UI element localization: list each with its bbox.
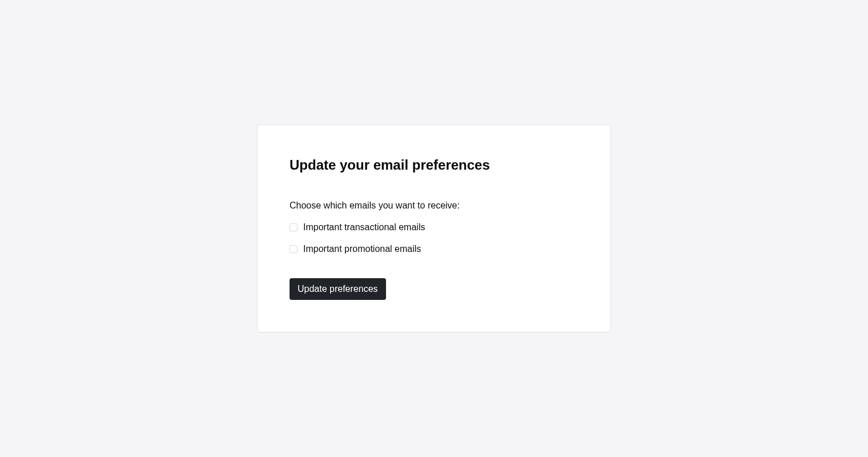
update-preferences-button[interactable]: Update preferences <box>290 278 386 300</box>
promotional-emails-label[interactable]: Important promotional emails <box>303 244 421 254</box>
option-row-transactional: Important transactional emails <box>290 222 578 232</box>
option-row-promotional: Important promotional emails <box>290 244 578 254</box>
intro-text: Choose which emails you want to receive: <box>290 201 578 211</box>
promotional-emails-checkbox[interactable] <box>290 245 298 253</box>
transactional-emails-checkbox[interactable] <box>290 223 298 231</box>
transactional-emails-label[interactable]: Important transactional emails <box>303 222 425 232</box>
email-preferences-card: Update your email preferences Choose whi… <box>257 125 611 332</box>
card-title: Update your email preferences <box>290 157 578 173</box>
